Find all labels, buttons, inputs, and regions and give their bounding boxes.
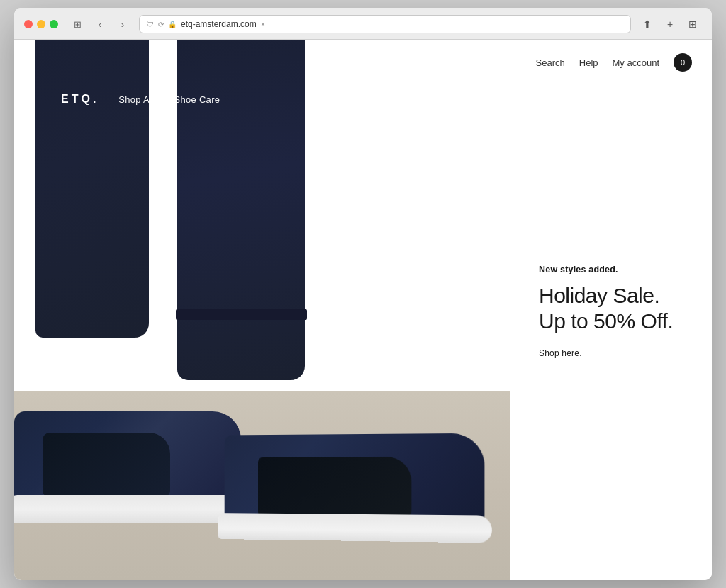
sneaker-right-panel: [258, 457, 411, 518]
sidebar-toggle-button[interactable]: ⊞: [68, 17, 86, 31]
promo-title-line2: Up to 50% Off.: [539, 309, 673, 333]
sneaker-left-sole: [14, 495, 248, 523]
cart-button[interactable]: 0: [674, 53, 692, 72]
nav-link-help[interactable]: Help: [579, 57, 598, 68]
website-content: ETQ. Shop All Shoe Care: [14, 40, 712, 580]
main-layout: ETQ. Shop All Shoe Care: [14, 40, 712, 580]
minimize-button[interactable]: [37, 20, 45, 28]
nav-link-account[interactable]: My account: [613, 57, 659, 68]
sneaker-left-panel: [43, 433, 170, 497]
sneaker-right-upper: [225, 433, 485, 524]
grid-button[interactable]: ⊞: [683, 17, 702, 31]
nav-link-search[interactable]: Search: [536, 57, 565, 68]
address-bar[interactable]: 🛡 ⟳ 🔒 etq-amsterdam.com ×: [139, 15, 631, 33]
security-icon: 🛡: [147, 21, 154, 28]
refresh-icon: ⟳: [158, 21, 164, 28]
traffic-lights: [24, 20, 58, 28]
maximize-button[interactable]: [50, 20, 58, 28]
url-text: etq-amsterdam.com: [181, 19, 257, 29]
navbar: ETQ. Shop All Shoe Care: [41, 77, 484, 122]
back-button[interactable]: ‹: [91, 17, 109, 31]
promo-cta-link[interactable]: Shop here.: [539, 348, 683, 358]
sneaker-right: [218, 397, 510, 543]
sneaker-left-upper: [14, 411, 241, 504]
browser-right-controls: ⬆ + ⊞: [638, 17, 702, 31]
tab-close-button[interactable]: ×: [261, 20, 265, 28]
forward-button[interactable]: ›: [113, 17, 132, 31]
nav-link-shoe-care[interactable]: Shoe Care: [174, 94, 220, 105]
nav-left: ETQ. Shop All Shoe Care: [61, 93, 220, 106]
close-button[interactable]: [24, 20, 33, 28]
site-logo[interactable]: ETQ.: [61, 93, 99, 106]
address-bar-container: 🛡 ⟳ 🔒 etq-amsterdam.com ×: [139, 15, 631, 33]
nav-link-shop-all[interactable]: Shop All: [118, 94, 154, 105]
promo-title: Holiday Sale. Up to 50% Off.: [539, 283, 683, 334]
promo-subtitle: New styles added.: [539, 265, 683, 274]
right-nav: Search Help My account 0: [510, 40, 712, 85]
promo-section: New styles added. Holiday Sale. Up to 50…: [510, 85, 712, 580]
browser-chrome: ⊞ ‹ › 🛡 ⟳ 🔒 etq-amsterdam.com × ⬆ + ⊞: [14, 8, 712, 40]
hero-image: ETQ. Shop All Shoe Care: [14, 40, 510, 580]
sneaker-right-sole: [218, 513, 492, 543]
browser-nav-controls: ⊞ ‹ ›: [68, 17, 132, 31]
promo-title-line1: Holiday Sale.: [539, 284, 659, 307]
pants-cuff: [176, 309, 307, 320]
lock-icon: 🔒: [168, 21, 177, 28]
browser-window: ⊞ ‹ › 🛡 ⟳ 🔒 etq-amsterdam.com × ⬆ + ⊞: [14, 8, 712, 580]
new-tab-button[interactable]: +: [661, 17, 679, 31]
share-button[interactable]: ⬆: [638, 17, 657, 31]
right-panel: Search Help My account 0 New styles adde…: [510, 40, 712, 580]
